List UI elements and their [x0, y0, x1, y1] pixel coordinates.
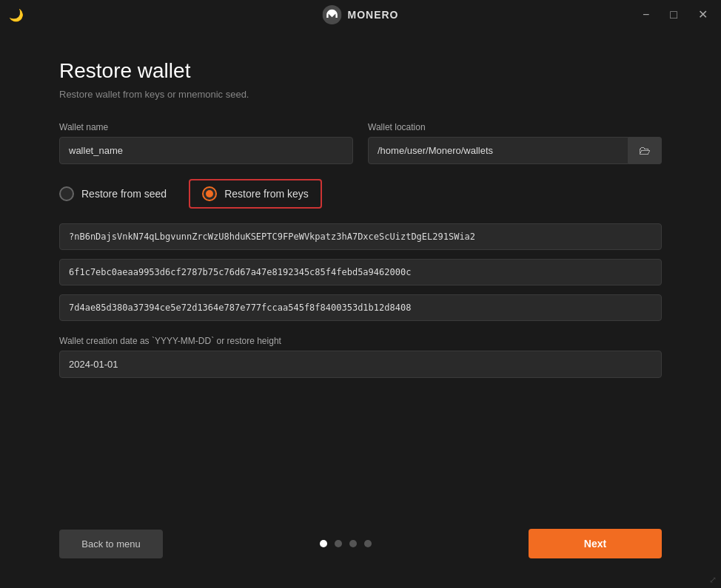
date-group: Wallet creation date as `YYYY-MM-DD` or … [59, 336, 662, 378]
page-subtitle: Restore wallet from keys or mnemonic see… [59, 89, 662, 100]
wallet-info-row: Wallet name Wallet location 🗁 [59, 122, 662, 164]
pagination-dot-3 [349, 540, 357, 547]
restore-keys-label: Restore from keys [224, 188, 309, 200]
restore-seed-option[interactable]: Restore from seed [59, 186, 167, 201]
pagination-dot-4 [364, 540, 372, 547]
main-content: Restore wallet Restore wallet from keys … [0, 30, 721, 422]
browse-button[interactable]: 🗁 [628, 137, 662, 164]
titlebar: 🌙 MONERO − □ ✕ [0, 0, 721, 30]
restore-keys-option[interactable]: Restore from keys [189, 179, 322, 209]
titlebar-center: MONERO [323, 5, 399, 24]
restore-seed-radio[interactable] [59, 186, 74, 201]
key-field-2[interactable] [59, 259, 662, 285]
close-button[interactable]: ✕ [694, 6, 712, 24]
wallet-location-group: Wallet location 🗁 [368, 122, 662, 164]
monero-logo-icon [323, 5, 342, 24]
wallet-location-label: Wallet location [368, 122, 662, 132]
restore-keys-radio-dot [206, 190, 213, 197]
key-fields-container [59, 223, 662, 321]
next-button[interactable]: Next [529, 529, 662, 558]
restore-options-row: Restore from seed Restore from keys [59, 179, 662, 209]
date-label: Wallet creation date as `YYYY-MM-DD` or … [59, 336, 662, 346]
app-title: MONERO [348, 9, 399, 21]
wallet-name-label: Wallet name [59, 122, 353, 132]
theme-icon: 🌙 [9, 8, 24, 22]
restore-seed-label: Restore from seed [81, 188, 167, 200]
pagination-dots [320, 540, 372, 547]
key-field-3[interactable] [59, 294, 662, 321]
folder-icon: 🗁 [639, 144, 651, 157]
back-to-menu-button[interactable]: Back to menu [59, 530, 163, 558]
pagination-dot-2 [335, 540, 342, 547]
minimize-button[interactable]: − [638, 6, 654, 24]
bottom-bar: Back to menu Next [59, 529, 662, 558]
wallet-name-input[interactable] [59, 137, 353, 164]
resize-handle-icon[interactable]: ⤢ [709, 575, 717, 585]
page-title: Restore wallet [59, 59, 662, 83]
wallet-location-input-wrapper: 🗁 [368, 137, 662, 164]
key-field-1[interactable] [59, 223, 662, 250]
titlebar-controls: − □ ✕ [638, 6, 712, 24]
pagination-dot-1 [320, 540, 327, 547]
date-input[interactable] [59, 351, 662, 378]
maximize-button[interactable]: □ [665, 6, 682, 24]
wallet-name-group: Wallet name [59, 122, 353, 164]
wallet-location-input[interactable] [368, 137, 628, 164]
restore-keys-radio[interactable] [202, 186, 217, 201]
